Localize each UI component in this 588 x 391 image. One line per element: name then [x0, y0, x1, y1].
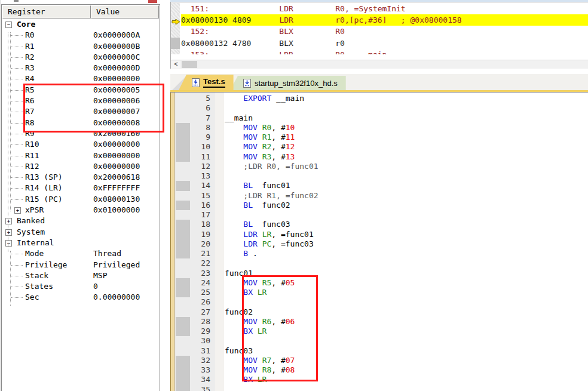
register-column-header[interactable]: Register	[2, 5, 91, 19]
disasm-text: 0x08000132 4780 BLX r0	[181, 38, 588, 49]
code-token	[258, 142, 262, 151]
line-number: 6	[174, 103, 210, 113]
code-line-14[interactable]: 14 BL func01	[174, 181, 588, 190]
code-token: , #	[271, 133, 285, 141]
code-line-25[interactable]: 25 BX LR	[174, 288, 588, 297]
code-line-7[interactable]: 7__main	[174, 113, 588, 123]
code-line-32[interactable]: 32 MOV R7, #07	[174, 356, 588, 365]
register-name: Core	[17, 19, 35, 30]
code-token: 11	[286, 133, 295, 141]
disassembly-rows: 151: LDR R0, =SystemInit0x08000130 4809 …	[171, 3, 588, 60]
value-column-header[interactable]: Value	[91, 5, 159, 19]
register-row-states[interactable]: States0	[2, 281, 159, 292]
code-line-5[interactable]: 5 EXPORT __main	[174, 94, 588, 103]
register-row-sec[interactable]: Sec0.00000000	[2, 292, 159, 303]
keil-debugger-app: Register Value −CoreR00x0000000AR10x0000…	[0, 0, 588, 391]
code-line-8[interactable]: 8 MOV R0, #10	[174, 123, 588, 133]
register-value: 0x01000000	[93, 205, 140, 215]
disasm-row[interactable]: 153: LDR R0, =__main	[171, 49, 588, 54]
code-line-22[interactable]: 22	[174, 258, 588, 268]
code-line-35[interactable]: 35	[174, 385, 588, 391]
code-token: 153: LDR R0, =__main	[181, 50, 387, 54]
code-token: __main	[225, 113, 253, 122]
code-token: R2	[262, 142, 272, 151]
register-row-r12[interactable]: R120x00000000	[2, 161, 159, 172]
register-row-mode[interactable]: ModeThread	[2, 248, 159, 259]
register-row-xpsr[interactable]: +xPSR0x01000000	[2, 205, 159, 215]
register-value: 0x00000000	[93, 139, 140, 150]
collapse-icon[interactable]: −	[5, 240, 12, 247]
code-line-21[interactable]: 21 B .	[174, 249, 588, 258]
tree-guide-line	[10, 251, 11, 306]
register-row-r14-lr-[interactable]: R14 (LR)0xFFFFFFFF	[2, 183, 159, 193]
disasm-row[interactable]: 0x08000132 4780 BLX r0	[171, 38, 588, 49]
code-line-31[interactable]: 31func03	[174, 346, 588, 356]
line-number: 12	[174, 162, 210, 171]
register-row-stack[interactable]: StackMSP	[2, 270, 159, 281]
disasm-row[interactable]: 0x08000130 4809 LDR r0,[pc,#36] ; @0x080…	[171, 14, 588, 26]
register-row-r2[interactable]: R20x0000000C	[2, 52, 159, 63]
code-line-10[interactable]: 10 MOV R2, #12	[174, 142, 588, 152]
register-name: R3	[25, 63, 35, 73]
code-text: MOV R1, #11	[225, 133, 295, 142]
code-line-18[interactable]: 18 BL func03	[174, 220, 588, 229]
disasm-row[interactable]: 151: LDR R0, =SystemInit	[171, 3, 588, 14]
code-line-15[interactable]: 15 ;LDR R1, =func02	[174, 191, 588, 201]
register-row-system[interactable]: +System	[2, 227, 159, 238]
expand-icon[interactable]: +	[5, 229, 12, 236]
code-line-13[interactable]: 13	[174, 171, 588, 181]
register-row-r15-pc-[interactable]: R15 (PC)0x08000130	[2, 194, 159, 205]
register-row-core[interactable]: −Core	[2, 19, 159, 30]
code-token	[225, 365, 243, 374]
code-line-23[interactable]: 23func01	[174, 269, 588, 278]
register-name: R13 (SP)	[25, 172, 63, 183]
code-token: , #	[271, 142, 285, 151]
expand-icon[interactable]: +	[14, 207, 21, 214]
code-line-9[interactable]: 9 MOV R1, #11	[174, 133, 588, 142]
code-line-12[interactable]: 12 ;LDR R0, =func01	[174, 162, 588, 171]
code-line-20[interactable]: 20 LDR PC, =func03	[174, 239, 588, 249]
code-token	[225, 356, 243, 365]
code-line-24[interactable]: 24 MOV R5, #05	[174, 278, 588, 288]
disasm-row[interactable]: 152: BLX R0	[171, 26, 588, 37]
code-token	[258, 152, 262, 161]
code-editor-area[interactable]: 5 EXPORT __main67__main8 MOV R0, #109 MO…	[174, 93, 588, 391]
register-row-r3[interactable]: R30x0000000D	[2, 63, 159, 73]
code-line-26[interactable]: 26	[174, 297, 588, 307]
tree-connector	[11, 276, 23, 276]
tab-test-s[interactable]: Test.s	[179, 75, 234, 90]
code-line-11[interactable]: 11 MOV R3, #13	[174, 152, 588, 162]
code-token: BL	[243, 220, 253, 229]
code-line-33[interactable]: 33 MOV R8, #08	[174, 365, 588, 375]
close-icon[interactable]	[148, 0, 157, 3]
tree-connector	[11, 79, 23, 79]
disassembly-hscrollbar[interactable]: <	[171, 60, 588, 69]
register-row-r11[interactable]: R110x00000000	[2, 150, 159, 161]
register-name: R1	[25, 41, 35, 52]
code-line-34[interactable]: 34 BX LR	[174, 375, 588, 384]
code-line-27[interactable]: 27func02	[174, 307, 588, 317]
register-row-banked[interactable]: +Banked	[2, 215, 159, 226]
register-value: 0x0000000C	[93, 52, 140, 63]
code-line-29[interactable]: 29 BX LR	[174, 327, 588, 336]
collapse-icon[interactable]: −	[5, 21, 12, 28]
expand-icon[interactable]: +	[5, 218, 12, 224]
scroll-left-button[interactable]: <	[172, 61, 180, 68]
register-row-privilege[interactable]: PrivilegePrivileged	[2, 260, 159, 270]
tree-connector	[11, 265, 23, 266]
register-row-r1[interactable]: R10x0000000B	[2, 41, 159, 52]
register-name: xPSR	[25, 205, 44, 215]
register-row-r0[interactable]: R00x0000000A	[2, 30, 159, 41]
code-line-19[interactable]: 19 LDR LR, =func01	[174, 230, 588, 239]
register-row-r10[interactable]: R100x00000000	[2, 139, 159, 150]
scrollbar-thumb[interactable]	[182, 61, 197, 68]
code-line-16[interactable]: 16 BL func02	[174, 201, 588, 210]
code-line-6[interactable]: 6	[174, 103, 588, 113]
register-row-internal[interactable]: −Internal	[2, 238, 159, 248]
code-line-28[interactable]: 28 MOV R6, #06	[174, 317, 588, 327]
code-line-30[interactable]: 30	[174, 336, 588, 346]
register-name: R0	[25, 30, 35, 41]
code-line-17[interactable]: 17	[174, 210, 588, 220]
register-row-r13-sp-[interactable]: R13 (SP)0x20000618	[2, 172, 159, 183]
tab-startup-stm32f10x-hd[interactable]: startup_stm32f10x_hd.s	[230, 76, 346, 90]
